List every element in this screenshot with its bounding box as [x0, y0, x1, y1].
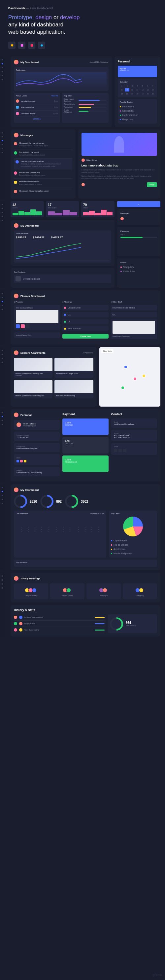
svg-rect-0: [21, 44, 23, 46]
user-avatar[interactable]: [14, 223, 19, 228]
see-more-link[interactable]: 2540 More: [16, 117, 58, 121]
calendar-label: Calendar: [120, 81, 155, 83]
pie-chart: [123, 517, 143, 536]
svg-point-2: [41, 44, 43, 46]
user-avatar[interactable]: [14, 576, 19, 581]
hero-text: Prototype, design or develop any kind of…: [8, 14, 157, 36]
topic-item[interactable]: Implementation: [120, 113, 155, 117]
messages-label: Messages: [121, 212, 157, 214]
payment-card[interactable]: 15583456 7890: [62, 418, 108, 435]
revenue-value: $ 2014.52: [33, 236, 44, 239]
apartment-card[interactable]: Modern Interior Design Studio: [54, 358, 93, 378]
user-row[interactable]: Marianne Bryant12 min: [16, 111, 58, 117]
xd-icon[interactable]: [18, 41, 25, 49]
reply-button[interactable]: Reply: [147, 182, 157, 187]
social-icon[interactable]: [114, 449, 117, 452]
other-item[interactable]: UX: [111, 312, 157, 317]
social-icon[interactable]: [123, 449, 126, 452]
history-row[interactable]: Designer Weekly meeting: [14, 614, 105, 620]
meeting-item[interactable]: Design Meet: [62, 305, 109, 310]
calendar-grid[interactable]: 1234567 891011121314 15161718192021: [120, 84, 155, 95]
donut-chart: [40, 495, 54, 508]
top-products-label: Top Products: [16, 562, 155, 563]
apartment-card[interactable]: Modern Apartment with Amazing View$180/n…: [14, 358, 52, 378]
user-avatar[interactable]: [14, 412, 19, 417]
personal-title: Personal: [118, 60, 157, 63]
payment-label: Payment: [62, 412, 108, 416]
cvv-card: 680CVV / CVV: [62, 437, 108, 453]
figma-icon[interactable]: [38, 41, 45, 49]
history-row[interactable]: Team Sync meeting: [14, 627, 105, 633]
donut-chart: [14, 495, 27, 508]
live-stats-label: Live Statistics September 2019: [16, 512, 104, 515]
apartment-card[interactable]: Modern Apartment with Swimming Pool: [14, 380, 52, 398]
field-label: Social: [114, 445, 154, 447]
field-label: Skills: [16, 457, 57, 459]
contact-label: Contact: [111, 412, 157, 416]
meeting-item[interactable]: New Portfolio: [62, 326, 109, 331]
user-avatar[interactable]: [14, 133, 19, 137]
map-pin[interactable]: [142, 374, 146, 378]
meeting-card[interactable]: Team Sync: [86, 583, 121, 599]
meeting-item[interactable]: UX: [62, 312, 109, 317]
user-avatar[interactable]: [14, 294, 19, 298]
user-avatar[interactable]: [14, 60, 19, 64]
order-item[interactable]: New pillow: [121, 265, 157, 269]
topic-item[interactable]: Response: [120, 117, 155, 122]
message-item[interactable]: Top listing in the worldAenean lacinia b…: [14, 149, 72, 159]
all-apartments-link[interactable]: All Apartments: [83, 352, 94, 354]
svg-rect-1: [30, 44, 33, 46]
user-avatar[interactable]: [14, 487, 19, 492]
revenue-value: $ 4921.67: [51, 236, 63, 239]
messages-title: Messages: [21, 134, 33, 137]
meeting-card[interactable]: Project Kickoff: [50, 583, 84, 599]
reply-avatar: [81, 183, 85, 186]
order-item[interactable]: Kettle dress: [121, 269, 157, 274]
message-item[interactable]: Check out this amazing last touch: [14, 188, 72, 195]
action-button[interactable]: +: [117, 201, 160, 207]
message-item[interactable]: Check out the newest trendsDonec sed odi…: [14, 140, 72, 149]
map-pin[interactable]: [121, 386, 125, 390]
map[interactable]: New York: [99, 347, 160, 407]
map-city-label: New York: [101, 349, 114, 353]
meetings-title: Today Meetings: [21, 577, 40, 580]
topic-item[interactable]: Information: [120, 104, 155, 109]
donut-chart: [65, 495, 78, 508]
world-map[interactable]: ⋮⋮⋮⋮⋮ ⋮⋮⋮ ⋮⋮⋮⋮: [16, 516, 104, 542]
user-row[interactable]: Evelyn Warren5 min: [16, 104, 58, 111]
meeting-card[interactable]: Emergency: [123, 583, 157, 599]
planner-title: Planner Dashboard: [21, 294, 44, 298]
project-card[interactable]: Material Design 2019: [14, 332, 60, 338]
topic-item[interactable]: Operations: [120, 109, 155, 113]
message-item[interactable]: Learn more about start-upA startup or st…: [14, 159, 72, 169]
project-card[interactable]: New Project Dashboard: [111, 319, 157, 339]
project-card[interactable]: Web Dashboard Project: [14, 305, 60, 330]
map-pin[interactable]: [124, 365, 128, 369]
meeting-card[interactable]: Designer Weekly: [14, 583, 48, 599]
message-item[interactable]: Entrepreneurial learningDonec ullamcorpe…: [14, 169, 72, 179]
top-cities-label: Top Cities: [111, 512, 155, 515]
meeting-item[interactable]: UI: [62, 319, 109, 325]
product-row[interactable]: Olivetti Red shirt: [14, 274, 111, 283]
apartment-card[interactable]: Best view private offering: [54, 380, 93, 398]
invision-icon[interactable]: [28, 41, 35, 49]
message-row[interactable]: ...: [121, 216, 157, 222]
social-icon[interactable]: [119, 449, 122, 452]
dashboard-title: My Dashboard: [21, 61, 39, 64]
other-item[interactable]: Information site trends: [111, 305, 157, 310]
revenue-value: $ 839.23: [16, 236, 26, 239]
history-row[interactable]: Project Kickoff: [14, 620, 105, 627]
stat-value: 42: [13, 203, 42, 207]
author-avatar[interactable]: [81, 159, 85, 162]
projects-label: Projects: [16, 301, 23, 303]
other-label: Other Stuff: [113, 301, 122, 303]
article-body-2: Startups face high uncertainty and do ha…: [81, 175, 157, 180]
user-avatar[interactable]: [14, 350, 19, 355]
message-item[interactable]: Motivational entrancesFusce dapibus tell…: [14, 179, 72, 188]
sketch-icon[interactable]: [8, 41, 16, 49]
user-row[interactable]: Loretta Jackson2 min: [16, 98, 58, 104]
date-range[interactable]: August 2019 - September: [90, 61, 109, 63]
payment-card[interactable]: 15587348 9234 2445: [62, 455, 108, 472]
map-pin[interactable]: [133, 377, 137, 381]
create-new-button[interactable]: Create New: [62, 334, 109, 339]
